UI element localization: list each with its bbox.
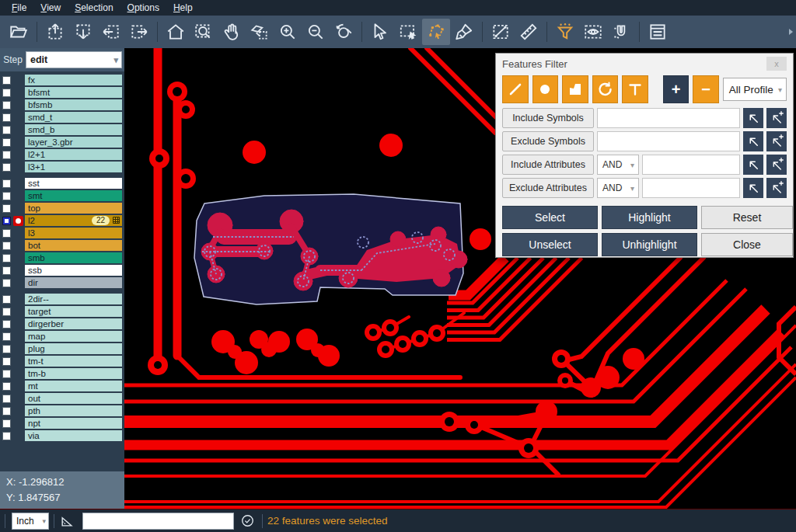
layer-name[interactable]: npt: [25, 418, 122, 429]
measure-angle-icon[interactable]: [59, 513, 75, 529]
layer-checkbox[interactable]: [2, 151, 11, 159]
layer-name[interactable]: plug: [25, 343, 122, 355]
filter-text-icon[interactable]: [622, 75, 648, 103]
close-button[interactable]: Close: [701, 233, 793, 256]
units-select[interactable]: Inch ▾: [12, 513, 49, 530]
layer-checkbox[interactable]: [2, 266, 11, 275]
export-up-icon[interactable]: [41, 19, 69, 45]
layer-checkbox[interactable]: [2, 89, 11, 97]
layer-name[interactable]: l2+1: [25, 149, 122, 161]
select-rectangle-icon[interactable]: [394, 19, 422, 45]
layer-name[interactable]: target: [25, 306, 122, 318]
menu-view[interactable]: View: [33, 1, 68, 15]
layer-name[interactable]: top: [25, 203, 122, 214]
layer-name[interactable]: tm-b: [25, 368, 122, 380]
include-attributes-input[interactable]: [642, 155, 740, 175]
layer-checkbox[interactable]: [2, 138, 11, 147]
zoom-window-icon[interactable]: [190, 19, 218, 45]
step-left-icon[interactable]: [97, 19, 125, 45]
layer-checkbox[interactable]: [2, 101, 11, 110]
selection-polygon[interactable]: [194, 194, 467, 304]
filter-surface-icon[interactable]: [562, 75, 588, 103]
pick-add-attributes-icon[interactable]: [766, 155, 787, 175]
refresh-status-icon[interactable]: [240, 513, 255, 528]
filter-line-icon[interactable]: [502, 75, 529, 103]
menu-selection[interactable]: Selection: [68, 1, 120, 15]
layer-name[interactable]: l3: [25, 228, 122, 239]
layer-checkbox[interactable]: [2, 295, 11, 304]
include-symbols-button[interactable]: Include Symbols: [502, 108, 594, 128]
layer-name[interactable]: dirgerber: [25, 318, 122, 330]
menu-file[interactable]: File: [5, 1, 33, 15]
exclude-attributes-operator[interactable]: AND▾: [597, 178, 639, 198]
layer-name[interactable]: pth: [25, 405, 122, 417]
measure-ruler-icon[interactable]: [515, 19, 543, 45]
highlight-button[interactable]: Highlight: [602, 206, 697, 229]
layer-name[interactable]: smd_b: [25, 124, 122, 136]
layer-checkbox[interactable]: [2, 382, 11, 391]
layer-checkbox[interactable]: [2, 345, 11, 353]
layer-name[interactable]: map: [25, 331, 122, 342]
layer-checkbox[interactable]: [2, 332, 11, 341]
layer-checkbox[interactable]: [2, 432, 11, 440]
features-filter-icon[interactable]: [551, 19, 579, 45]
filter-positive-button[interactable]: +: [663, 75, 690, 103]
pan-hand-icon[interactable]: [218, 19, 246, 45]
layer-name[interactable]: ssb: [25, 265, 122, 276]
layer-name[interactable]: dir: [25, 277, 122, 289]
zoom-out-icon[interactable]: [302, 19, 330, 45]
snap-magnet-icon[interactable]: [607, 19, 635, 45]
zoom-in-icon[interactable]: [274, 19, 302, 45]
layer-name[interactable]: l2 22: [25, 215, 122, 227]
include-attributes-operator[interactable]: AND▾: [597, 155, 639, 175]
layer-checkbox[interactable]: [2, 370, 11, 378]
layer-name[interactable]: bot: [25, 240, 122, 252]
layer-checkbox[interactable]: [2, 229, 11, 238]
layer-checkbox[interactable]: [2, 279, 11, 287]
layer-name[interactable]: smt: [25, 190, 122, 202]
close-icon[interactable]: x: [766, 57, 787, 71]
clear-brush-icon[interactable]: [450, 19, 478, 45]
pick-symbols-icon[interactable]: [743, 131, 763, 151]
layer-name[interactable]: tm-t: [25, 356, 122, 367]
layer-name[interactable]: bfsmb: [25, 99, 122, 111]
layer-name[interactable]: out: [25, 393, 122, 405]
layer-name[interactable]: fx: [25, 75, 122, 86]
layer-name[interactable]: 2dir--: [25, 294, 122, 305]
exclude-symbols-input[interactable]: [597, 131, 740, 151]
pick-attributes-icon[interactable]: [743, 155, 763, 175]
step-right-icon[interactable]: [125, 19, 153, 45]
layers-panel-icon[interactable]: [644, 19, 672, 45]
layer-checkbox[interactable]: [2, 254, 11, 263]
layer-checkbox[interactable]: [2, 76, 11, 85]
import-down-icon[interactable]: [69, 19, 97, 45]
layer-checkbox[interactable]: [2, 204, 11, 213]
features-grid-icon[interactable]: [113, 215, 120, 227]
layer-checkbox[interactable]: [2, 395, 11, 403]
layer-name[interactable]: bfsmt: [25, 87, 122, 99]
zoom-selection-icon[interactable]: [246, 19, 274, 45]
layer-checkbox[interactable]: [2, 407, 11, 416]
exclude-symbols-button[interactable]: Exclude Symbols: [502, 131, 594, 151]
select-polygon-icon[interactable]: [422, 19, 450, 45]
layer-checkbox-checked[interactable]: [2, 217, 11, 225]
view-options-icon[interactable]: [579, 19, 607, 45]
layer-checkbox[interactable]: [2, 192, 11, 200]
include-symbols-input[interactable]: [597, 108, 740, 128]
filter-negative-button[interactable]: −: [693, 75, 719, 103]
unselect-button[interactable]: Unselect: [502, 233, 598, 256]
select-pointer-icon[interactable]: [366, 19, 394, 45]
layer-checkbox[interactable]: [2, 113, 11, 122]
layer-checkbox[interactable]: [2, 320, 11, 329]
layer-checkbox[interactable]: [2, 357, 11, 366]
filter-arc-icon[interactable]: [592, 75, 619, 103]
pick-add-symbols-icon[interactable]: [766, 131, 787, 151]
layer-checkbox[interactable]: [2, 242, 11, 250]
select-button[interactable]: Select: [502, 206, 598, 229]
layer-name[interactable]: sst: [25, 178, 122, 190]
pick-symbols-icon[interactable]: [743, 108, 763, 128]
open-folder-icon[interactable]: [5, 19, 33, 45]
unhighlight-button[interactable]: Unhighlight: [602, 233, 697, 256]
layer-name[interactable]: l3+1: [25, 162, 122, 173]
layer-checkbox[interactable]: [2, 126, 11, 134]
